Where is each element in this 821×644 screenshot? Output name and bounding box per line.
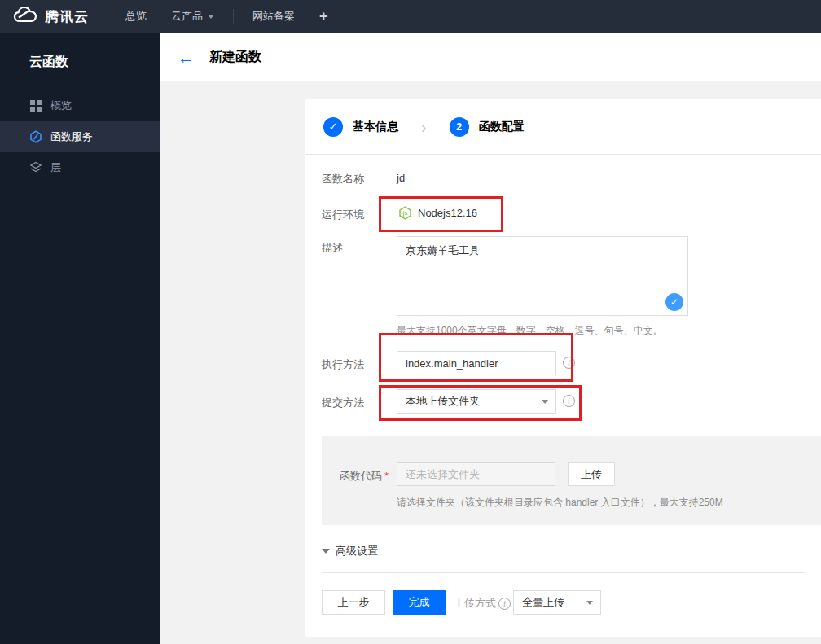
nav-icp-record-label: 网站备案 xyxy=(252,9,295,24)
step2-number: 2 xyxy=(450,117,469,137)
nav-overview[interactable]: 总览 xyxy=(125,9,147,24)
function-code-label: 函数代码* xyxy=(340,469,389,484)
advanced-settings-label: 高级设置 xyxy=(336,544,378,559)
sidebar: 云函数 概览 函数服务 层 xyxy=(0,33,160,644)
handler-info-icon[interactable]: i xyxy=(563,357,575,369)
nav-cloud-products[interactable]: 云产品 xyxy=(171,9,214,24)
chevron-down-icon xyxy=(208,15,214,19)
handler-label: 执行方法 xyxy=(322,357,364,372)
runtime-label: 运行环境 xyxy=(322,208,364,222)
scf-hexagon-icon xyxy=(29,130,42,143)
step-separator-icon: › xyxy=(421,119,427,135)
description-valid-check-icon: ✓ xyxy=(665,293,683,311)
brand-name: 腾讯云 xyxy=(45,7,89,26)
back-arrow-icon[interactable]: ← xyxy=(178,49,195,66)
description-helper-text: 最大支持1000个英文字母、数字、空格、逗号、句号、中文。 xyxy=(397,324,663,338)
finish-button[interactable]: 完成 xyxy=(393,590,446,615)
create-function-card: ✓ 基本信息 › 2 函数配置 函数名称 jd 运行环境 js Nodejs12… xyxy=(305,99,821,637)
select-caret-icon xyxy=(542,400,548,404)
upload-mode-select[interactable]: 全量上传 xyxy=(513,590,601,615)
sidebar-item-overview[interactable]: 概览 xyxy=(0,90,160,121)
submit-method-select[interactable]: 本地上传文件夹 xyxy=(397,389,556,414)
sidebar-item-label: 概览 xyxy=(50,99,72,113)
grid-icon xyxy=(29,99,42,112)
footer-divider xyxy=(322,572,805,573)
triangle-down-icon xyxy=(322,549,330,554)
submit-method-value: 本地上传文件夹 xyxy=(397,390,555,413)
page-title: 新建函数 xyxy=(209,49,261,66)
upload-button[interactable]: 上传 xyxy=(568,462,615,486)
select-caret-icon xyxy=(586,601,593,605)
submit-method-info-icon[interactable]: i xyxy=(563,395,575,407)
nav-overview-label: 总览 xyxy=(125,9,147,24)
brand[interactable]: 腾讯云 xyxy=(13,6,89,27)
function-code-section: 函数代码* 上传 请选择文件夹（该文件夹根目录应包含 handler 入口文件）… xyxy=(322,436,821,525)
add-tab-button[interactable]: + xyxy=(319,8,328,25)
sidebar-item-label: 层 xyxy=(50,160,61,175)
sidebar-item-function-service[interactable]: 函数服务 xyxy=(0,121,160,152)
nav-icp-record[interactable]: 网站备案 xyxy=(252,9,295,24)
topbar: 腾讯云 总览 云产品 网站备案 + xyxy=(0,0,821,33)
step2-label: 函数配置 xyxy=(479,120,525,134)
nodejs-icon: js xyxy=(398,206,412,220)
step1-label: 基本信息 xyxy=(353,120,398,134)
submit-method-label: 提交方法 xyxy=(322,396,364,410)
top-navigation: 总览 云产品 网站备案 + xyxy=(113,8,340,25)
sidebar-title: 云函数 xyxy=(0,33,160,90)
runtime-value-text: Nodejs12.16 xyxy=(418,207,477,219)
svg-text:js: js xyxy=(402,210,408,217)
function-name-label: 函数名称 xyxy=(322,172,364,186)
upload-mode-label-text: 上传方式 xyxy=(454,596,496,611)
runtime-value: js Nodejs12.16 xyxy=(398,206,477,220)
upload-mode-info-icon[interactable]: i xyxy=(498,598,511,610)
folder-path-input[interactable] xyxy=(397,462,555,486)
tencent-cloud-logo-icon xyxy=(13,6,37,27)
sidebar-item-layers[interactable]: 层 xyxy=(0,152,160,183)
nav-divider xyxy=(233,9,234,24)
handler-input[interactable] xyxy=(397,351,556,375)
steps-bar: ✓ 基本信息 › 2 函数配置 xyxy=(305,99,821,155)
advanced-settings-toggle[interactable]: 高级设置 xyxy=(322,544,378,559)
nav-cloud-products-label: 云产品 xyxy=(171,9,203,24)
upload-mode-label: 上传方式 i xyxy=(454,596,511,611)
function-name-value: jd xyxy=(397,172,405,184)
previous-step-button[interactable]: 上一步 xyxy=(322,590,385,615)
step1-check-icon: ✓ xyxy=(323,117,343,137)
sidebar-item-label: 函数服务 xyxy=(50,129,93,144)
required-asterisk: * xyxy=(384,470,389,482)
description-textarea[interactable]: 京东薅羊毛工具 xyxy=(397,236,688,316)
function-code-label-text: 函数代码 xyxy=(340,470,382,482)
page-header: ← 新建函数 xyxy=(160,33,821,81)
layers-icon xyxy=(29,161,42,174)
function-code-helper-text: 请选择文件夹（该文件夹根目录应包含 handler 入口文件），最大支持250M xyxy=(397,496,723,510)
description-label: 描述 xyxy=(322,241,343,256)
